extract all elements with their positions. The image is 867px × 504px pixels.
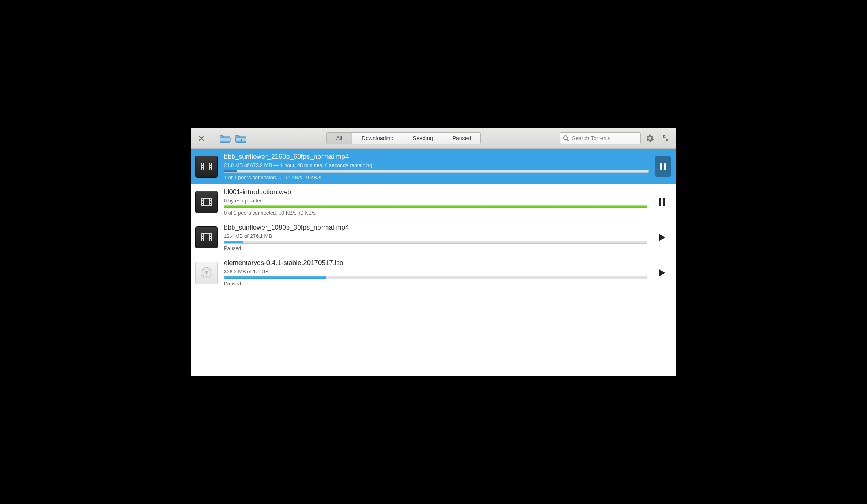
torrent-info: bl001-introduction.webm0 bytes uploaded0… bbox=[224, 188, 647, 216]
svg-rect-5 bbox=[202, 163, 203, 170]
titlebar: U All Downloading Seeding Paused bbox=[191, 128, 676, 149]
svg-rect-7 bbox=[660, 163, 662, 170]
svg-rect-12 bbox=[659, 198, 661, 206]
video-file-icon bbox=[195, 191, 218, 213]
torrent-title: elementaryos-0.4.1-stable.20170517.iso bbox=[224, 259, 647, 267]
torrent-info: bbb_sunflower_1080p_30fps_normal.mp412.4… bbox=[224, 224, 647, 251]
torrent-status-line: 12.4 MB of 276.1 MB bbox=[224, 233, 647, 239]
torrent-peers-line: Paused bbox=[224, 245, 647, 251]
torrent-list: bbb_sunflower_2160p_60fps_normal.mp421.0… bbox=[191, 149, 676, 376]
expand-icon bbox=[662, 135, 669, 141]
pause-button[interactable] bbox=[655, 156, 671, 177]
torrent-status-line: 21.0 MB of 673.2 MB — 1 hour, 48 minutes… bbox=[224, 162, 649, 168]
progress-bar bbox=[224, 205, 647, 208]
open-magnet-button[interactable]: U bbox=[234, 132, 247, 145]
resume-button[interactable] bbox=[653, 229, 671, 246]
svg-rect-8 bbox=[664, 163, 666, 170]
svg-rect-15 bbox=[202, 234, 203, 241]
progress-bar bbox=[224, 241, 647, 244]
torrent-info: elementaryos-0.4.1-stable.20170517.iso32… bbox=[224, 259, 647, 287]
magnet-folder-icon: U bbox=[235, 133, 246, 143]
torrent-title: bbb_sunflower_2160p_60fps_normal.mp4 bbox=[224, 153, 649, 161]
search-input[interactable] bbox=[560, 132, 641, 144]
resume-button[interactable] bbox=[653, 264, 671, 282]
maximize-button[interactable] bbox=[659, 132, 672, 145]
filter-tabs: All Downloading Seeding Paused bbox=[326, 132, 481, 144]
svg-rect-13 bbox=[663, 198, 665, 206]
video-file-icon bbox=[195, 226, 218, 248]
app-window: U All Downloading Seeding Paused bbb_sun… bbox=[191, 128, 676, 376]
torrent-info: bbb_sunflower_2160p_60fps_normal.mp421.0… bbox=[224, 153, 649, 180]
open-torrent-button[interactable] bbox=[218, 132, 232, 145]
pause-button[interactable] bbox=[653, 193, 671, 211]
filter-downloading[interactable]: Downloading bbox=[352, 132, 403, 144]
svg-rect-10 bbox=[202, 198, 203, 206]
progress-bar bbox=[224, 170, 649, 173]
torrent-title: bl001-introduction.webm bbox=[224, 188, 647, 196]
disc-image-icon bbox=[195, 262, 218, 284]
torrent-row[interactable]: bl001-introduction.webm0 bytes uploaded0… bbox=[191, 184, 676, 220]
torrent-title: bbb_sunflower_1080p_30fps_normal.mp4 bbox=[224, 224, 647, 232]
filter-seeding[interactable]: Seeding bbox=[403, 132, 443, 144]
filter-all[interactable]: All bbox=[326, 132, 352, 144]
svg-rect-0 bbox=[220, 137, 230, 142]
torrent-peers-line: 0 of 0 peers connected. ↓0 KB/s ↑0 KB/s bbox=[224, 210, 647, 216]
svg-rect-6 bbox=[210, 163, 211, 170]
torrent-row[interactable]: bbb_sunflower_1080p_30fps_normal.mp412.4… bbox=[191, 220, 676, 255]
search-wrap bbox=[560, 132, 641, 144]
torrent-status-line: 328.2 MB of 1.4 GB bbox=[224, 269, 647, 274]
close-icon bbox=[199, 135, 204, 141]
svg-rect-11 bbox=[210, 198, 211, 206]
search-icon bbox=[563, 135, 569, 141]
gear-icon bbox=[646, 134, 654, 143]
torrent-peers-line: 1 of 1 peers connected. ↓104 KB/s ↑0 KB/… bbox=[224, 174, 649, 180]
settings-button[interactable] bbox=[643, 132, 657, 145]
torrent-row[interactable]: elementaryos-0.4.1-stable.20170517.iso32… bbox=[191, 255, 676, 291]
close-button[interactable] bbox=[195, 132, 208, 145]
torrent-row[interactable]: bbb_sunflower_2160p_60fps_normal.mp421.0… bbox=[191, 149, 676, 184]
svg-text:U: U bbox=[240, 138, 242, 142]
video-file-icon bbox=[195, 156, 218, 178]
folder-icon bbox=[220, 133, 231, 143]
filter-paused[interactable]: Paused bbox=[443, 132, 481, 144]
svg-rect-16 bbox=[210, 234, 211, 241]
progress-bar bbox=[224, 276, 647, 279]
torrent-status-line: 0 bytes uploaded bbox=[224, 198, 647, 204]
svg-point-20 bbox=[206, 272, 207, 274]
torrent-peers-line: Paused bbox=[224, 281, 647, 287]
